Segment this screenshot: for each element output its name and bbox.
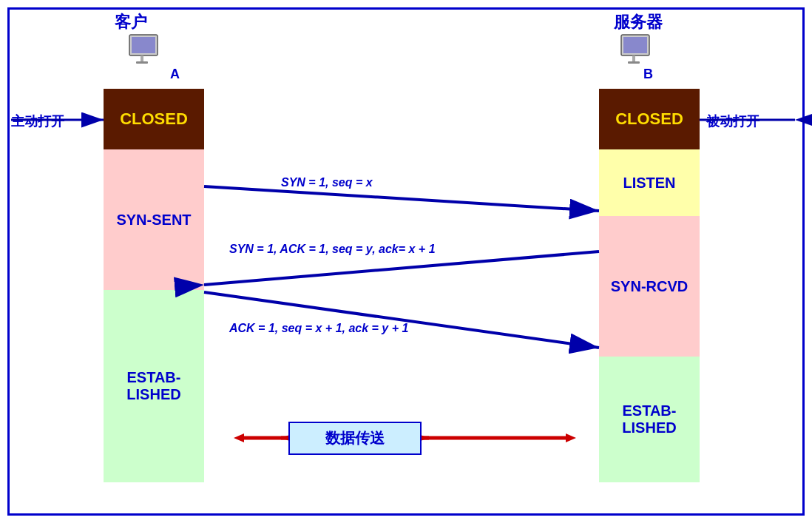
data-transfer-box: 数据传送 [288, 422, 422, 455]
msg1-label: SYN = 1, seq = x [281, 176, 373, 189]
state-closed-right: CLOSED [599, 89, 700, 149]
diagram-container: 客户 服务器 A B CLOSED CLOSED SYN-SENT LISTEN… [0, 0, 812, 523]
msg2-label: SYN = 1, ACK = 1, seq = y, ack= x + 1 [229, 243, 436, 256]
state-closed-left: CLOSED [104, 89, 204, 149]
active-open-label: 主动打开 [11, 112, 64, 130]
svg-rect-5 [623, 37, 647, 53]
msg3-label: ACK = 1, seq = x + 1, ack = y + 1 [229, 322, 408, 335]
letter-b: B [643, 67, 653, 82]
server-label: 服务器 [614, 11, 663, 33]
state-syn-sent: SYN-SENT [104, 149, 204, 290]
passive-open-label: 被动打开 [706, 112, 759, 130]
state-listen: LISTEN [599, 149, 700, 216]
svg-rect-6 [632, 55, 635, 61]
svg-rect-7 [628, 61, 640, 64]
svg-rect-2 [141, 55, 143, 61]
client-label: 客户 [115, 11, 147, 33]
svg-rect-1 [132, 37, 155, 53]
state-syn-rcvd: SYN-RCVD [599, 216, 700, 357]
data-transfer-label: 数据传送 [325, 428, 385, 448]
svg-rect-3 [136, 61, 148, 64]
computer-client-icon [126, 33, 166, 73]
state-estab-left: ESTAB-LISHED [104, 290, 204, 482]
state-estab-right: ESTAB-LISHED [599, 357, 700, 482]
letter-a: A [170, 67, 180, 82]
